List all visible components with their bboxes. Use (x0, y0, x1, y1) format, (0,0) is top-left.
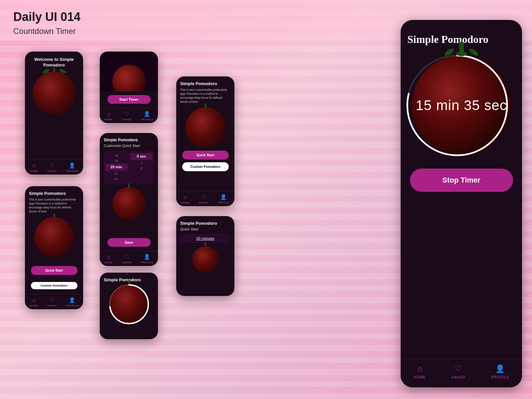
phone7-content: Simple Pomodoro (100, 273, 158, 324)
nav-profile-4[interactable]: 👤 PROFILE (66, 297, 79, 307)
nav-profile-3[interactable]: 👤 PROFILE (141, 254, 154, 264)
bottom-nav-3: ⌂ HOME ♡ SAVED 👤 PROFILE (100, 251, 158, 266)
phone-main-content: Simple Pomodoro 15 min 35 sec (401, 20, 522, 387)
nav-profile-5[interactable]: 👤 PROFILE (217, 194, 230, 204)
phone-main-timer: Simple Pomodoro 15 min 35 sec (401, 20, 522, 387)
profile-label-5: PROFILE (217, 201, 230, 204)
saved-label-5: SAVED (199, 201, 208, 204)
phone3-app-title: Simple Pomodoro (104, 138, 154, 142)
custom-pomodoro-button-5[interactable]: Custom Pomodoro (182, 162, 229, 171)
home-label-1: HOME (30, 170, 38, 173)
picker-sec-2: 2 (130, 166, 153, 171)
bottom-nav-1: ⌂ HOME ♡ SAVED 👤 PROFILE (25, 159, 83, 175)
home-label-3: HOME (104, 261, 113, 264)
quick-start-button-5[interactable]: Quick Start (182, 151, 229, 160)
small-timer-ring (109, 284, 149, 324)
picker-row-19: 19 (105, 158, 128, 164)
main-saved-label: SAVED (452, 375, 465, 379)
main-leaf-2 (456, 52, 467, 56)
nav-profile-2[interactable]: 👤 PROFILE (141, 111, 154, 121)
quick-start-button-4[interactable]: Quick Start (31, 266, 77, 275)
minutes-display: 20 minutes (180, 234, 230, 243)
welcome-title: Welcome to SimplePomodoro (29, 57, 79, 68)
nav-home-2[interactable]: ⌂ HOME (104, 111, 113, 121)
nav-home-4[interactable]: ⌂ HOME (30, 297, 38, 307)
small-ring-svg (106, 282, 152, 327)
main-nav-saved[interactable]: ♡ SAVED (452, 364, 465, 379)
phone6-app-title: Simple Pomodoro (180, 221, 230, 226)
main-profile-icon: 👤 (495, 364, 505, 373)
tomato-stem-3 (128, 183, 130, 188)
custom-pomodoro-button-4[interactable]: Custom Pomodoro (31, 282, 77, 289)
home-label-5: HOME (181, 201, 190, 204)
phone-quickstart-minutes: Simple Pomodoro Quick Start 20 minutes (176, 216, 234, 296)
seconds-picker[interactable]: 0 sec 1 2 (130, 153, 153, 182)
profile-label-4: PROFILE (66, 304, 79, 307)
profile-icon-4: 👤 (69, 297, 75, 303)
heart-icon-4: ♡ (50, 297, 55, 303)
nav-home-1[interactable]: ⌂ HOME (30, 163, 38, 173)
phone2-top-bar (100, 52, 158, 91)
main-heart-icon: ♡ (455, 364, 462, 373)
tomato-image-1 (33, 71, 76, 115)
tomato-image-5 (186, 107, 225, 147)
main-leaves (444, 52, 479, 56)
phone-partial-bottom: Simple Pomodoro (100, 273, 158, 339)
phone4-app-title: Simple Pomodoro (29, 191, 79, 196)
tomato-image-3 (112, 187, 146, 220)
bottom-nav-5: ⌂ HOME ♡ SAVED 👤 PROFILE (176, 191, 234, 206)
phone-start-timer: Start Timer ⌂ HOME ♡ SAVED 👤 PROFILE (100, 52, 158, 123)
home-icon-5: ⌂ (184, 194, 187, 200)
bottom-nav-4: ⌂ HOME ♡ SAVED 👤 PROFILE (25, 294, 83, 309)
tomato-leaf-2 (59, 68, 66, 74)
phone5-content: Simple Pomodoro This is your customizabl… (176, 76, 234, 206)
start-timer-button[interactable]: Start Timer (107, 95, 151, 104)
nav-saved-3[interactable]: ♡ SAVED (122, 254, 132, 264)
nav-profile-1[interactable]: 👤 PROFILE (66, 162, 79, 173)
nav-home-5[interactable]: ⌂ HOME (181, 194, 190, 204)
main-leaf-1 (443, 47, 455, 57)
picker-row-18: 18 (105, 153, 128, 158)
minutes-picker[interactable]: 18 19 20 min 21 22 (105, 153, 128, 182)
main-leaf-3 (468, 47, 479, 57)
phone-welcome-content: Welcome to SimplePomodoro (25, 52, 83, 175)
time-picker[interactable]: 18 19 20 min 21 22 0 sec 1 2 (104, 151, 154, 184)
main-home-label: HOME (414, 375, 426, 379)
heart-icon-3: ♡ (125, 254, 129, 260)
profile-label-1: PROFILE (66, 170, 79, 173)
saved-label-3: SAVED (122, 261, 132, 264)
tomato-leaf-1 (42, 68, 50, 74)
profile-icon-2: 👤 (144, 111, 150, 117)
nav-saved-1[interactable]: ♡ SAVED (47, 162, 57, 173)
picker-sec-0-active: 0 sec (130, 153, 153, 160)
bottom-nav-2: ⌂ HOME ♡ SAVED 👤 PROFILE (100, 108, 158, 123)
phone3-section-title: Customize Quick Start (104, 144, 154, 148)
phone2-tomato (112, 65, 146, 91)
nav-home-3[interactable]: ⌂ HOME (104, 254, 113, 264)
stop-timer-button[interactable]: Stop Timer (410, 169, 513, 192)
profile-icon-3: 👤 (144, 254, 150, 260)
nav-saved-2[interactable]: ♡ SAVED (122, 111, 132, 121)
main-nav-home[interactable]: ⌂ HOME (414, 364, 426, 379)
home-icon-4: ⌂ (32, 297, 36, 303)
profile-icon-5: 👤 (220, 194, 227, 200)
main-home-icon: ⌂ (417, 364, 422, 373)
nav-saved-5[interactable]: ♡ SAVED (199, 194, 208, 204)
picker-row-21: 21 (105, 171, 128, 176)
phone-welcome: Welcome to SimplePomodoro ⌂ HOME ♡ SAVED… (25, 52, 83, 175)
save-button[interactable]: Save (107, 238, 151, 247)
saved-label-1: SAVED (47, 170, 57, 173)
nav-saved-4[interactable]: ♡ SAVED (47, 297, 57, 307)
tomato-stem-4 (53, 213, 55, 218)
minutes-value: 20 minutes (184, 236, 227, 240)
picker-row-20-active: 20 min (105, 164, 128, 171)
picker-sec-1: 1 (130, 160, 153, 166)
tomato-stem-5 (204, 103, 206, 108)
tomato-image-4 (34, 217, 74, 257)
saved-label-2: SAVED (122, 118, 132, 121)
home-icon-2: ⌂ (107, 111, 110, 117)
tomato-image-6 (192, 246, 219, 273)
phone-info-small: Simple Pomodoro This is your customizabl… (25, 186, 83, 309)
main-nav-profile[interactable]: 👤 PROFILE (491, 364, 509, 379)
phone-info-large: Simple Pomodoro This is your customizabl… (176, 76, 234, 206)
